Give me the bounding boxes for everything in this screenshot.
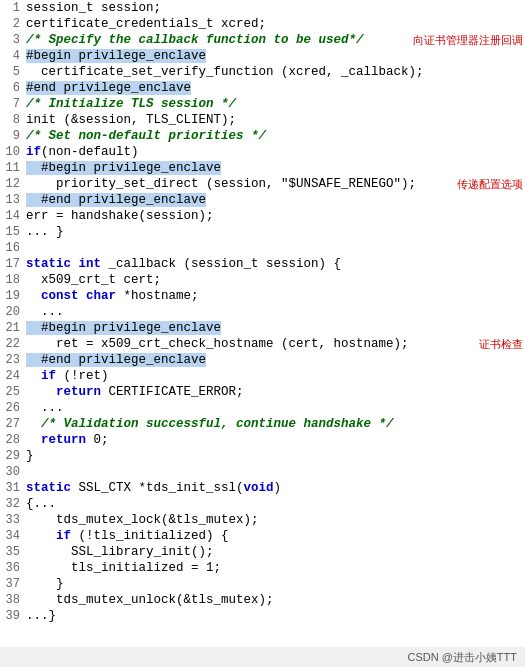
code-block: 1session_t session;2certificate_credenti… [0,0,525,647]
table-row: 37 } [0,576,525,592]
table-row: 14err = handshake(session); [0,208,525,224]
line-number: 22 [0,336,20,352]
line-number: 15 [0,224,20,240]
line-number: 14 [0,208,20,224]
table-row: 31static SSL_CTX *tds_init_ssl(void) [0,480,525,496]
table-row: 29} [0,448,525,464]
code-text: #begin privilege_enclave [26,48,521,64]
code-text: certificate_set_verify_function (xcred, … [26,64,521,80]
table-row: 25 return CERTIFICATE_ERROR; [0,384,525,400]
line-number: 9 [0,128,20,144]
footer-text: CSDN @进击小姨TTT [407,650,517,665]
table-row: 13 #end privilege_enclave [0,192,525,208]
code-text: #end privilege_enclave [26,192,521,208]
table-row: 23 #end privilege_enclave [0,352,525,368]
code-text: x509_crt_t cert; [26,272,521,288]
code-text: ret = x509_crt_check_hostname (cert, hos… [26,336,521,352]
table-row: 21 #begin privilege_enclave [0,320,525,336]
table-row: 30 [0,464,525,480]
code-text: certificate_credentials_t xcred; [26,16,521,32]
code-text: err = handshake(session); [26,208,521,224]
table-row: 26 ... [0,400,525,416]
code-text: {... [26,496,521,512]
line-number: 30 [0,464,20,480]
line-number: 39 [0,608,20,624]
code-text: return 0; [26,432,521,448]
line-number: 38 [0,592,20,608]
code-text: static int _callback (session_t session)… [26,256,521,272]
line-number: 35 [0,544,20,560]
line-number: 1 [0,0,20,16]
table-row: 12 priority_set_direct (session, "$UNSAF… [0,176,525,192]
line-number: 26 [0,400,20,416]
table-row: 39...} [0,608,525,624]
code-text: ... [26,304,521,320]
line-number: 29 [0,448,20,464]
code-text: if (!ret) [26,368,521,384]
code-text: return CERTIFICATE_ERROR; [26,384,521,400]
table-row: 33 tds_mutex_lock(&tls_mutex); [0,512,525,528]
table-row: 5 certificate_set_verify_function (xcred… [0,64,525,80]
line-number: 34 [0,528,20,544]
code-text: } [26,576,521,592]
code-text: } [26,448,521,464]
annotation: 向证书管理器注册回调 [413,32,523,48]
line-number: 36 [0,560,20,576]
code-text: #end privilege_enclave [26,352,521,368]
line-number: 33 [0,512,20,528]
code-text: session_t session; [26,0,521,16]
table-row: 19 const char *hostname; [0,288,525,304]
line-number: 7 [0,96,20,112]
table-row: 38 tds_mutex_unlock(&tls_mutex); [0,592,525,608]
line-number: 18 [0,272,20,288]
table-row: 18 x509_crt_t cert; [0,272,525,288]
table-row: 9/* Set non-default priorities */ [0,128,525,144]
table-row: 11 #begin privilege_enclave [0,160,525,176]
code-text: /* Validation successful, continue hands… [26,416,521,432]
line-number: 10 [0,144,20,160]
line-number: 13 [0,192,20,208]
code-text: tds_mutex_unlock(&tls_mutex); [26,592,521,608]
code-text: #end privilege_enclave [26,80,521,96]
table-row: 34 if (!tls_initialized) { [0,528,525,544]
line-number: 28 [0,432,20,448]
line-number: 32 [0,496,20,512]
code-text: const char *hostname; [26,288,521,304]
line-number: 4 [0,48,20,64]
table-row: 10if(non-default) [0,144,525,160]
table-row: 35 SSL_library_init(); [0,544,525,560]
footer: CSDN @进击小姨TTT [0,647,525,667]
annotation: 证书检查 [479,336,523,352]
code-text: init (&session, TLS_CLIENT); [26,112,521,128]
line-number: 21 [0,320,20,336]
table-row: 2certificate_credentials_t xcred; [0,16,525,32]
code-text: ... [26,400,521,416]
table-row: 1session_t session; [0,0,525,16]
table-row: 7/* Initialize TLS session */ [0,96,525,112]
line-number: 37 [0,576,20,592]
table-row: 17static int _callback (session_t sessio… [0,256,525,272]
table-row: 24 if (!ret) [0,368,525,384]
table-row: 20 ... [0,304,525,320]
table-row: 32{... [0,496,525,512]
table-row: 15... } [0,224,525,240]
annotation: 传递配置选项 [457,176,523,192]
line-number: 16 [0,240,20,256]
code-text: tls_initialized = 1; [26,560,521,576]
line-number: 23 [0,352,20,368]
line-number: 27 [0,416,20,432]
line-number: 2 [0,16,20,32]
code-text: #begin privilege_enclave [26,160,521,176]
table-row: 4#begin privilege_enclave [0,48,525,64]
code-text: ... } [26,224,521,240]
code-text: /* Initialize TLS session */ [26,96,521,112]
code-text: ...} [26,608,521,624]
line-number: 31 [0,480,20,496]
code-text: SSL_library_init(); [26,544,521,560]
table-row: 3/* Specify the callback function to be … [0,32,525,48]
code-text: if(non-default) [26,144,521,160]
line-number: 8 [0,112,20,128]
table-row: 22 ret = x509_crt_check_hostname (cert, … [0,336,525,352]
line-number: 25 [0,384,20,400]
table-row: 8init (&session, TLS_CLIENT); [0,112,525,128]
